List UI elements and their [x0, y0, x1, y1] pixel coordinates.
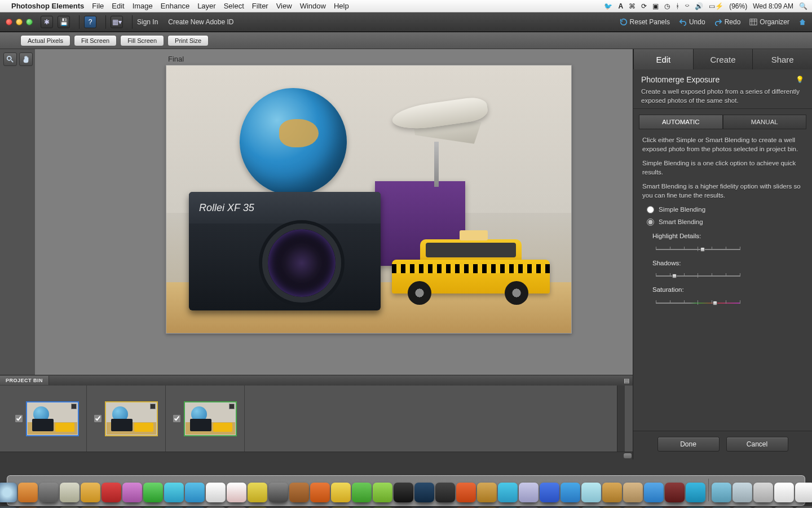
- done-button[interactable]: Done: [657, 437, 720, 452]
- dock-app-30[interactable]: [581, 483, 601, 502]
- dock-appstore[interactable]: [0, 483, 17, 502]
- simple-blending-radio[interactable]: [647, 206, 654, 213]
- print-size-button[interactable]: Print Size: [167, 35, 209, 46]
- dock-app-31[interactable]: [602, 483, 622, 502]
- new-file-icon[interactable]: ✱: [41, 16, 53, 28]
- project-bin-menu-icon[interactable]: ▤: [624, 377, 629, 384]
- dock-app-34[interactable]: [665, 483, 685, 502]
- spotlight-icon[interactable]: 🔍: [799, 2, 807, 10]
- menu-enhance[interactable]: Enhance: [161, 2, 189, 10]
- close-window[interactable]: [6, 19, 12, 25]
- dock-safari[interactable]: [498, 483, 518, 502]
- battery-icon[interactable]: ▭⚡: [709, 2, 723, 10]
- menu-window[interactable]: Window: [300, 2, 326, 10]
- menu-filter[interactable]: Filter: [252, 2, 268, 10]
- thumb-2-checkbox[interactable]: [94, 415, 102, 422]
- bluetooth-icon[interactable]: ᚼ: [676, 2, 679, 10]
- minimize-window[interactable]: [16, 19, 23, 25]
- fill-screen-button[interactable]: Fill Screen: [120, 35, 164, 46]
- dock-app-40[interactable]: [795, 483, 812, 502]
- tab-share[interactable]: Share: [752, 49, 812, 69]
- shadows-slider[interactable]: [656, 272, 740, 280]
- menu-image[interactable]: Image: [133, 2, 153, 10]
- dock-app-10[interactable]: [164, 483, 184, 502]
- dock-app-29[interactable]: [561, 483, 580, 502]
- wifi-icon[interactable]: ⌔: [685, 2, 689, 10]
- highlight-slider[interactable]: [656, 246, 740, 253]
- zoom-tool[interactable]: [3, 52, 17, 66]
- display-icon[interactable]: ▣: [652, 2, 659, 10]
- dock-app-20[interactable]: [373, 483, 392, 502]
- simple-blending-option[interactable]: Simple Blending: [647, 205, 803, 214]
- zoom-window[interactable]: [26, 19, 33, 25]
- redo-button[interactable]: Redo: [714, 18, 741, 26]
- save-icon[interactable]: 💾: [58, 16, 70, 28]
- app-name[interactable]: Photoshop Elements: [11, 2, 84, 10]
- dock-app-24[interactable]: [456, 483, 476, 502]
- tab-edit[interactable]: Edit: [633, 49, 693, 69]
- thumb-2[interactable]: [105, 401, 158, 436]
- dock-app-6[interactable]: [81, 483, 100, 502]
- dock-twitter[interactable]: [185, 483, 205, 502]
- saturation-slider[interactable]: [656, 299, 740, 307]
- dock-app-19[interactable]: [352, 483, 372, 502]
- tip-icon[interactable]: 💡: [796, 76, 804, 84]
- menu-view[interactable]: View: [276, 2, 292, 10]
- cancel-button[interactable]: Cancel: [726, 437, 788, 452]
- twitter-icon[interactable]: 🐦: [604, 2, 612, 10]
- smart-blending-radio[interactable]: [647, 218, 654, 226]
- dock-app-5[interactable]: [60, 483, 80, 502]
- dock-app-9[interactable]: [143, 483, 163, 502]
- dock-app-39[interactable]: [774, 483, 794, 502]
- dock-app-12[interactable]: [206, 483, 226, 502]
- menu-help[interactable]: Help: [334, 2, 349, 10]
- dock-app-18[interactable]: [331, 483, 351, 502]
- dock-app-32[interactable]: [623, 483, 643, 502]
- menu-file[interactable]: File: [92, 2, 104, 10]
- adobe-icon[interactable]: A: [618, 2, 623, 10]
- menu-select[interactable]: Select: [224, 2, 244, 10]
- menu-edit[interactable]: Edit: [112, 2, 124, 10]
- subtab-manual[interactable]: MANUAL: [723, 115, 807, 129]
- dock-photoshop[interactable]: [414, 483, 434, 502]
- dock-app-3[interactable]: [18, 483, 38, 502]
- thumb-3-checkbox[interactable]: [173, 415, 180, 422]
- dock-app-8[interactable]: [122, 483, 142, 502]
- menu-layer[interactable]: Layer: [197, 2, 216, 10]
- dock-app-25[interactable]: [477, 483, 497, 502]
- subtab-automatic[interactable]: AUTOMATIC: [639, 115, 723, 129]
- dock-app-14[interactable]: [248, 483, 267, 502]
- dock-app-33[interactable]: [644, 483, 664, 502]
- dock-bridge[interactable]: [394, 483, 413, 502]
- dock-app-16[interactable]: [289, 483, 309, 502]
- dock-app-37[interactable]: [732, 483, 752, 502]
- thumb-1[interactable]: [26, 401, 79, 436]
- dock-app-36[interactable]: [712, 483, 731, 502]
- organizer-button[interactable]: Organizer: [749, 18, 789, 26]
- help-icon[interactable]: ?: [84, 16, 96, 28]
- canvas-stage[interactable]: Final Rollei XF 35: [35, 49, 633, 375]
- thumb-3[interactable]: [184, 401, 237, 436]
- dock-lightroom[interactable]: [435, 483, 455, 502]
- reset-panels-button[interactable]: Reset Panels: [620, 18, 670, 26]
- undo-button[interactable]: Undo: [679, 18, 705, 26]
- actual-pixels-button[interactable]: Actual Pixels: [20, 35, 70, 46]
- wifi-alt-icon[interactable]: ⌘: [629, 2, 636, 10]
- dock-app-15[interactable]: [268, 483, 288, 502]
- dock-app-38[interactable]: [753, 483, 773, 502]
- home-icon[interactable]: [798, 18, 806, 26]
- bin-hscroll[interactable]: [0, 452, 633, 459]
- hand-tool[interactable]: [19, 52, 33, 66]
- volume-icon[interactable]: 🔊: [695, 2, 703, 10]
- sign-in-link[interactable]: Sign In: [137, 18, 158, 26]
- dock-app-17[interactable]: [310, 483, 330, 502]
- clock[interactable]: Wed 8:09 AM: [753, 2, 793, 10]
- tab-create[interactable]: Create: [693, 49, 753, 69]
- sync-icon[interactable]: ⟳: [641, 2, 647, 10]
- dock-app-28[interactable]: [540, 483, 559, 502]
- dock-app-7[interactable]: [102, 483, 121, 502]
- dock-sysprefs[interactable]: [39, 483, 59, 502]
- create-adobe-id-link[interactable]: Create New Adobe ID: [168, 18, 233, 26]
- arrange-icon[interactable]: ▦▾: [111, 16, 123, 28]
- bin-vscroll[interactable]: [617, 386, 625, 452]
